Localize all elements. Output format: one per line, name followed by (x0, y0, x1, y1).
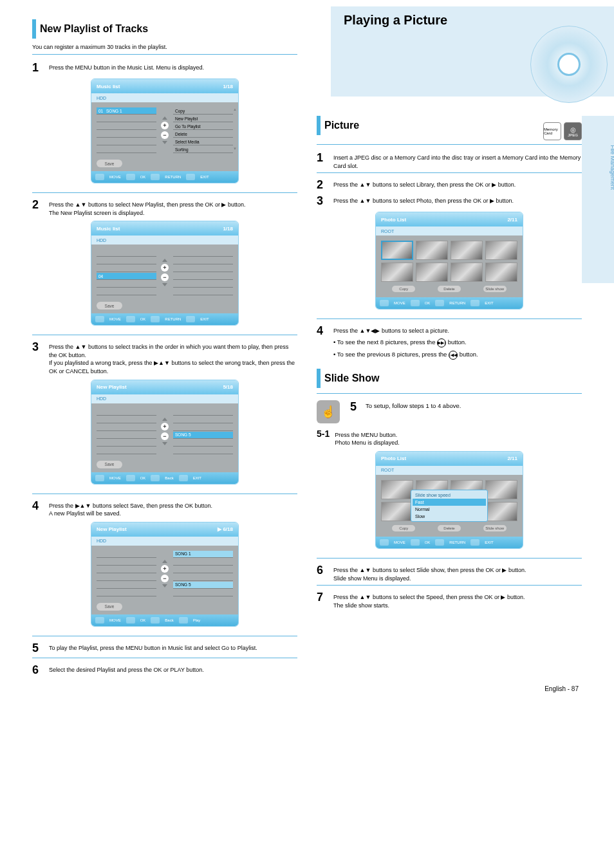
up-down-icon: ▲▼ (360, 198, 371, 204)
skip-back-icon: |◀◀ (449, 351, 458, 360)
up-down-icon: ▲▼ (360, 594, 371, 600)
section-heading: New Playlist of Tracks (32, 19, 297, 39)
move-icon (95, 174, 104, 180)
section-heading-2: Slide Show (317, 369, 582, 388)
play-icon: ▶ (218, 526, 221, 532)
heading-accent (32, 19, 36, 39)
section-heading: Picture (317, 116, 537, 135)
step-5: 5 To play the Playlist, press the MENU b… (32, 642, 297, 655)
step-r1: 1 Insert a JPEG disc or a Memory Card in… (317, 151, 582, 170)
ui-screenshot-2: Music list1/18 HDD 04 +− Save MOVE OK RE… (91, 221, 239, 326)
step-r7: 7 Press the ▲▼ buttons to select the Spe… (317, 591, 582, 609)
nav-arrows-icon: ▲▼◀▶ (360, 328, 380, 334)
intro-text: You can register a maximum 30 tracks in … (32, 44, 297, 50)
menu-list: Copy New Playlist Go To Playlist Delete … (173, 107, 233, 153)
side-label: File Management (609, 145, 614, 190)
side-tab (582, 116, 614, 283)
step-r6: 6 Press the ▲▼ buttons to select Slide s… (317, 564, 582, 582)
plus-icon: + (161, 122, 169, 129)
return-icon (151, 174, 160, 180)
save-button: Save (97, 160, 122, 167)
touch-icon: ☝ (317, 400, 340, 423)
step-2: 2 Press the ▲▼ buttons to select New Pla… (32, 198, 297, 217)
memory-card-icon: Memory Card (543, 122, 561, 140)
right-up-down-icon: ▶▲▼ (75, 503, 91, 509)
photo-ui-2: Photo List2/11 ROOT Copy Delete Slide sh… (375, 451, 523, 549)
up-down-icon: ▲▼ (360, 181, 371, 188)
divider (32, 54, 297, 55)
track-list: 01SONG 1 (97, 107, 156, 153)
step-number: 1 (32, 61, 44, 75)
info-callout: ☝ 5 To setup, follow steps 1 to 4 above. (317, 400, 582, 423)
divider (32, 192, 297, 193)
up-down-icon: ▲▼ (360, 567, 371, 573)
step-text: Press the MENU button in the Music List.… (49, 61, 297, 75)
ui-screenshot-4: New Playlist▶ 6/18 HDD +− SONG 1 SONG 5 … (91, 522, 239, 627)
step-1: 1 Press the MENU button in the Music Lis… (32, 61, 297, 75)
jpeg-icon: ◎JPEG (564, 122, 582, 140)
ui-count: 1/18 (223, 84, 233, 89)
step-4: 4 Press the ▶▲▼ buttons select Save, the… (32, 499, 297, 518)
step-r2: 2 Press the ▲▼ buttons to select Library… (317, 178, 582, 192)
up-down-icon: ▲▼ (75, 344, 87, 350)
step-6: 6 Select the desired Playlist and press … (32, 663, 297, 677)
skip-fwd-icon: ▶▶| (437, 338, 446, 347)
ui-screenshot-1: Music list1/18 HDD 01SONG 1 +− Copy New … (91, 78, 239, 183)
step-3: 3 Press the ▲▼ buttons to select tracks … (32, 340, 297, 375)
step-5-1: 5-1 Press the MENU button. Photo Menu is… (317, 429, 582, 447)
ok-icon (126, 174, 135, 180)
step-number: 2 (32, 198, 44, 217)
up-down-icon: ▲▼ (75, 201, 87, 208)
minus-icon: − (161, 131, 169, 139)
ui-title: Music list (97, 84, 120, 89)
page-number: English - 87 (544, 685, 579, 692)
ui-screenshot-3: New Playlist5/18 HDD +− SONG 5 Save MOVE… (91, 380, 239, 485)
exit-icon (186, 174, 195, 180)
photo-ui-1: Photo List2/11 ROOT Copy Delete Slide sh… (375, 212, 523, 309)
heading-text: New Playlist of Tracks (40, 23, 148, 35)
step-r3: 3 Press the ▲▼ buttons to select Photo, … (317, 194, 582, 208)
right-up-down-icon: ▶▲▼ (154, 360, 170, 366)
step-r4: 4 Press the ▲▼◀▶ buttons to select a pic… (317, 324, 582, 360)
ui-path: HDD (97, 96, 106, 100)
slideshow-modal: Slide show speed Fast Normal Slow (411, 490, 488, 522)
